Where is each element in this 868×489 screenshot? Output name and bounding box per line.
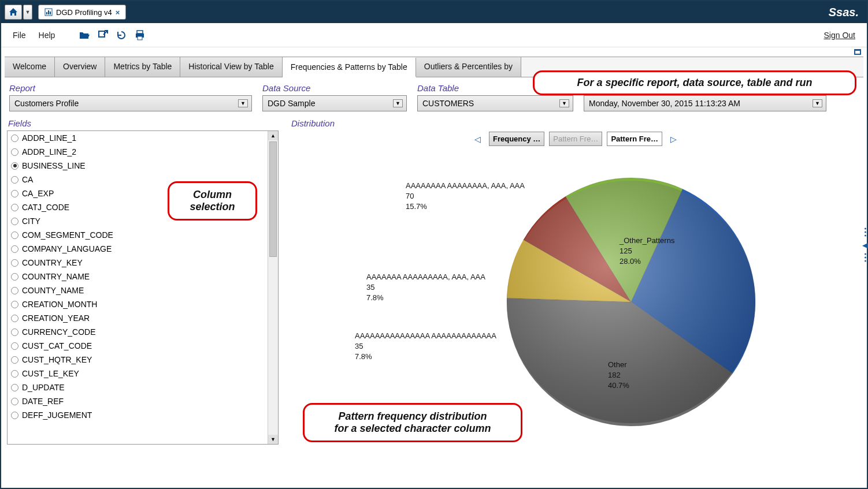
menubar: File Help Sign Out <box>1 23 867 47</box>
radio-icon[interactable] <box>11 412 18 419</box>
field-item[interactable]: D_UPDATE <box>8 380 268 394</box>
field-item[interactable]: CUST_CAT_CODE <box>8 339 268 353</box>
radio-icon[interactable] <box>11 398 18 405</box>
svg-rect-2 <box>48 10 49 14</box>
fields-label: Fields <box>8 118 279 128</box>
radio-icon[interactable] <box>11 301 18 308</box>
field-label: CREATION_YEAR <box>22 313 90 323</box>
next-arrow-icon[interactable]: ▷ <box>667 135 680 144</box>
callout-top: For a specific report, data source, tabl… <box>533 70 856 95</box>
subtab-pattern-2[interactable]: Pattern Fre… <box>607 132 662 146</box>
close-icon[interactable]: × <box>116 8 120 17</box>
menu-file[interactable]: File <box>13 31 26 40</box>
radio-icon[interactable] <box>11 370 18 378</box>
prev-arrow-icon[interactable]: ◁ <box>471 135 484 144</box>
field-item[interactable]: DATE_REF <box>8 394 268 408</box>
export-icon[interactable] <box>98 30 108 40</box>
print-icon[interactable] <box>135 30 145 40</box>
radio-icon[interactable] <box>11 135 18 142</box>
scroll-down-icon[interactable]: ▼ <box>268 435 278 444</box>
fields-section: Fields ADDR_LINE_1ADDR_LINE_2BUSINESS_LI… <box>7 117 279 469</box>
field-item[interactable]: COUNTRY_KEY <box>8 256 268 270</box>
radio-icon[interactable] <box>11 190 18 197</box>
radio-icon[interactable] <box>11 148 18 156</box>
distribution-subtabs: ◁ Frequency … Pattern Fre… Pattern Fre… … <box>290 132 861 146</box>
home-dropdown[interactable]: ▼ <box>23 5 32 20</box>
tab-historical[interactable]: Historical View by Table <box>180 57 282 77</box>
scrollbar[interactable]: ▲ ▼ <box>268 131 278 444</box>
tab-overview[interactable]: Overview <box>55 57 105 77</box>
radio-icon[interactable] <box>11 384 18 391</box>
datatable-select[interactable]: CUSTOMERS ▼ <box>417 95 573 111</box>
datasource-select[interactable]: DGD Sample ▼ <box>262 95 407 111</box>
caret-icon: ▼ <box>238 99 248 107</box>
tab-frequencies[interactable]: Frequencies & Patterns by Table <box>283 58 416 77</box>
field-label: ADDR_LINE_2 <box>22 147 76 156</box>
datatable-value: CUSTOMERS <box>422 99 474 108</box>
field-label: CURRENCY_CODE <box>22 327 96 337</box>
home-icon <box>9 8 18 16</box>
report-value: Customers Profile <box>14 99 79 108</box>
scroll-thumb[interactable] <box>269 141 277 257</box>
report-select[interactable]: Customers Profile ▼ <box>9 95 252 111</box>
tab-welcome[interactable]: Welcome <box>5 57 55 77</box>
field-label: CREATION_MONTH <box>22 300 97 309</box>
side-panel-handle[interactable]: ◀ <box>862 227 868 262</box>
radio-icon[interactable] <box>11 232 18 239</box>
open-icon[interactable] <box>79 30 90 40</box>
field-item[interactable]: COUNTY_NAME <box>8 283 268 297</box>
rundate-select[interactable]: Monday, November 30, 2015 11:13:23 AM ▼ <box>584 95 826 111</box>
slice-label-4: AAAAAAA AAAAAAAAA, AAA, AAA 35 7.8% <box>366 272 485 304</box>
slice-label-3: AAAAAAAAAAAAAAA AAAAAAAAAAAAA 35 7.8% <box>355 331 496 363</box>
svg-rect-7 <box>138 36 142 40</box>
radio-icon[interactable] <box>11 356 18 364</box>
restore-window-icon[interactable] <box>854 49 861 55</box>
field-item[interactable]: COM_SEGMENT_CODE <box>8 228 268 242</box>
field-item[interactable]: CREATION_MONTH <box>8 297 268 311</box>
field-item[interactable]: CUST_LE_KEY <box>8 367 268 380</box>
signout-link[interactable]: Sign Out <box>824 31 855 40</box>
radio-icon[interactable] <box>11 287 18 294</box>
caret-icon: ▼ <box>559 99 569 107</box>
radio-icon[interactable] <box>11 342 18 350</box>
field-item[interactable]: DEFF_JUGEMENT <box>8 408 268 422</box>
field-item[interactable]: BUSINESS_LINE <box>8 159 268 173</box>
subtab-pattern-1[interactable]: Pattern Fre… <box>549 132 602 146</box>
field-label: CA <box>22 175 33 184</box>
radio-icon[interactable] <box>11 218 18 225</box>
report-label: Report <box>9 83 252 93</box>
field-item[interactable]: ADDR_LINE_2 <box>8 145 268 159</box>
tab-outliers[interactable]: Outliers & Percentiles by <box>416 57 521 77</box>
field-item[interactable]: CURRENCY_CODE <box>8 325 268 339</box>
radio-icon[interactable] <box>11 245 18 253</box>
field-item[interactable]: CUST_HQTR_KEY <box>8 353 268 367</box>
radio-icon[interactable] <box>11 176 18 184</box>
field-item[interactable]: ADDR_LINE_1 <box>8 131 268 145</box>
field-label: CUST_HQTR_KEY <box>22 355 92 364</box>
field-item[interactable]: COUNTRY_NAME <box>8 270 268 283</box>
fields-list[interactable]: ADDR_LINE_1ADDR_LINE_2BUSINESS_LINECACA_… <box>8 131 268 444</box>
radio-icon[interactable] <box>11 259 18 267</box>
tab-metrics[interactable]: Metrics by Table <box>105 57 180 77</box>
field-label: DATE_REF <box>22 397 64 406</box>
radio-icon[interactable] <box>11 162 18 170</box>
home-button[interactable] <box>5 5 22 20</box>
radio-icon[interactable] <box>11 329 18 336</box>
field-item[interactable]: COMPANY_LANGUAGE <box>8 242 268 256</box>
radio-icon[interactable] <box>11 273 18 281</box>
radio-icon[interactable] <box>11 315 18 322</box>
menu-help[interactable]: Help <box>39 31 55 40</box>
field-item[interactable]: CREATION_YEAR <box>8 311 268 325</box>
field-label: CUST_CAT_CODE <box>22 341 92 350</box>
slice-label-1: _Other_Patterns 125 28.0% <box>620 236 674 267</box>
callout-column: Columnselection <box>168 181 257 221</box>
radio-icon[interactable] <box>11 204 18 211</box>
subtab-frequency[interactable]: Frequency … <box>489 132 544 146</box>
document-tab[interactable]: DGD Profiling v4 × <box>38 5 126 20</box>
datasource-value: DGD Sample <box>268 99 315 108</box>
field-label: COUNTRY_NAME <box>22 272 90 281</box>
field-label: COMPANY_LANGUAGE <box>22 244 112 253</box>
report-icon <box>44 8 53 16</box>
scroll-up-icon[interactable]: ▲ <box>268 131 278 140</box>
refresh-icon[interactable] <box>116 30 127 40</box>
